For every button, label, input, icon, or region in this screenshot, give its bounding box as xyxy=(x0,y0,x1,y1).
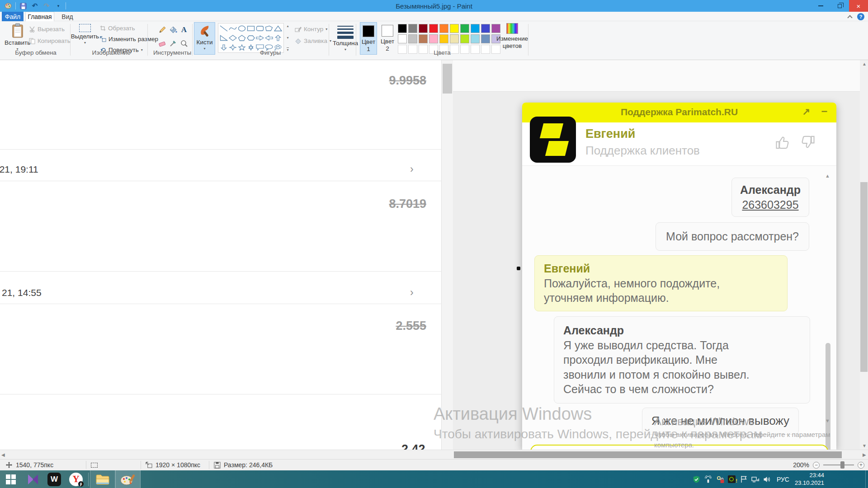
customize-qat-button[interactable]: ▾ xyxy=(54,1,63,10)
palette-swatch[interactable] xyxy=(439,24,448,33)
zoom-slider-thumb[interactable] xyxy=(840,461,844,469)
canvas-horizontal-scrollbar[interactable]: ◀ ▶ xyxy=(0,450,868,459)
palette-swatch[interactable] xyxy=(450,24,459,33)
password-key-icon[interactable] xyxy=(716,475,724,483)
shape-curve-icon[interactable] xyxy=(229,25,237,32)
show-desktop-button[interactable] xyxy=(865,470,868,488)
zoom-slider[interactable] xyxy=(823,465,854,465)
brushes-button[interactable]: Кисти ▾ xyxy=(194,22,215,55)
save-button[interactable] xyxy=(19,1,28,10)
network-icon[interactable] xyxy=(751,475,760,483)
shape-polygon-icon[interactable] xyxy=(265,25,273,32)
collapse-ribbon-button[interactable] xyxy=(848,14,852,19)
select-button[interactable]: Выделить ▾ xyxy=(74,24,96,45)
language-indicator[interactable]: РУС xyxy=(775,476,791,483)
shape-pentagon-icon[interactable] xyxy=(238,35,246,41)
start-button[interactable] xyxy=(0,470,22,488)
antivirus-shield-icon[interactable] xyxy=(693,475,701,483)
palette-swatch[interactable] xyxy=(419,34,428,43)
palette-swatch[interactable] xyxy=(398,24,407,33)
shape-ellipse-icon[interactable] xyxy=(238,25,246,32)
shape-line-icon[interactable] xyxy=(220,25,228,32)
shape-right-triangle-icon[interactable] xyxy=(220,35,228,41)
paint-canvas[interactable]: 9.9958 021, 19:11 › 8.7019 21, 14:55 › 2… xyxy=(0,60,868,450)
message-author: Александр xyxy=(563,323,801,338)
size-button[interactable]: Толщина ▾ xyxy=(333,26,358,52)
shapes-scroll-up-button[interactable]: ▴ xyxy=(287,24,288,28)
shape-arrow-right-icon[interactable] xyxy=(256,35,264,41)
shape-rectangle-icon[interactable] xyxy=(247,25,255,32)
shape-hexagon-icon[interactable] xyxy=(247,35,255,41)
palette-swatch-empty[interactable] xyxy=(408,45,417,54)
zoom-out-button[interactable]: − xyxy=(813,462,820,469)
palette-swatch[interactable] xyxy=(429,24,438,33)
palette-swatch[interactable] xyxy=(471,24,480,33)
magnifier-tool-button[interactable] xyxy=(179,38,189,48)
palette-swatch[interactable] xyxy=(398,34,407,43)
zoom-in-button[interactable]: + xyxy=(858,462,864,469)
palette-swatch-empty[interactable] xyxy=(481,45,490,54)
undo-button[interactable]: ↶ xyxy=(30,1,39,10)
shape-arrow-up-icon[interactable] xyxy=(274,35,282,41)
action-center-flag-icon[interactable] xyxy=(740,475,748,483)
restore-button[interactable] xyxy=(830,0,849,12)
taskbar-item-kmplayer[interactable] xyxy=(22,470,43,488)
palette-swatch-empty[interactable] xyxy=(471,45,480,54)
minimize-button[interactable] xyxy=(811,0,830,12)
taskbar-item-paint[interactable] xyxy=(115,470,141,488)
shapes-scroll-down-button[interactable]: ▾ xyxy=(287,36,288,40)
fill-tool-button[interactable] xyxy=(168,25,178,35)
shape-arrow-left-icon[interactable] xyxy=(265,35,273,41)
palette-swatch[interactable] xyxy=(429,34,438,43)
palette-swatch[interactable] xyxy=(460,34,469,43)
palette-swatch-empty[interactable] xyxy=(398,45,407,54)
crop-button[interactable]: Обрезать xyxy=(100,25,135,32)
taskbar-item-explorer[interactable] xyxy=(90,470,115,488)
taskbar-clock[interactable]: 23:44 23.10.2021 xyxy=(795,472,824,487)
taskbar-item-yandex-browser[interactable]: Yβ xyxy=(65,470,87,488)
nvidia-settings-icon[interactable]: ! xyxy=(728,475,736,483)
brush-icon xyxy=(198,24,212,38)
shape-triangle-icon[interactable] xyxy=(274,25,282,32)
shape-rounded-rectangle-icon[interactable] xyxy=(256,25,264,32)
palette-swatch[interactable] xyxy=(471,34,480,43)
color1-button[interactable]: Цвет 1 xyxy=(360,22,377,55)
text-tool-button[interactable]: A xyxy=(179,25,189,35)
close-button[interactable]: × xyxy=(849,0,868,12)
paste-button[interactable]: Вставить ▾ xyxy=(5,23,30,51)
canvas-vertical-scrollbar-thumb[interactable] xyxy=(860,182,868,372)
pencil-tool-button[interactable] xyxy=(157,25,167,35)
canvas-vertical-scrollbar[interactable]: ▲ ▼ xyxy=(860,60,868,450)
transmitter-icon[interactable] xyxy=(704,475,712,483)
ticket-number-link[interactable]: 263603295 xyxy=(740,197,801,212)
taskbar-item-w-app[interactable]: W xyxy=(43,470,65,488)
color-picker-tool-button[interactable] xyxy=(168,38,178,48)
shape-star5-icon[interactable] xyxy=(238,44,246,51)
palette-swatch[interactable] xyxy=(408,24,417,33)
shape-fill-button[interactable]: Заливка ▾ xyxy=(295,38,331,44)
shape-diamond-icon[interactable] xyxy=(229,35,237,41)
tab-home[interactable]: Главная xyxy=(25,12,54,21)
palette-swatch[interactable] xyxy=(439,34,448,43)
palette-swatch[interactable] xyxy=(481,34,490,43)
palette-swatch[interactable] xyxy=(419,24,428,33)
palette-swatch[interactable] xyxy=(481,24,490,33)
tab-file[interactable]: Файл xyxy=(2,12,24,21)
cut-button[interactable]: Вырезать xyxy=(29,26,65,33)
redo-button[interactable]: ↷ xyxy=(42,1,51,10)
volume-icon[interactable] xyxy=(763,475,771,483)
copy-button[interactable]: Копировать xyxy=(29,38,71,44)
resize-button[interactable]: Изменить размер xyxy=(100,36,158,42)
palette-swatch[interactable] xyxy=(450,34,459,43)
eraser-tool-button[interactable] xyxy=(157,38,167,48)
color2-button[interactable]: Цвет 2 xyxy=(379,22,396,55)
palette-swatch[interactable] xyxy=(460,24,469,33)
shape-star4-icon[interactable] xyxy=(229,44,237,51)
shape-outline-button[interactable]: Контур ▾ xyxy=(295,26,327,33)
tab-view[interactable]: Вид xyxy=(57,12,78,21)
palette-swatch[interactable] xyxy=(408,34,417,43)
shape-arrow-down-icon[interactable] xyxy=(220,44,228,51)
help-button[interactable]: ? xyxy=(857,13,864,20)
edit-colors-button[interactable]: Изменение цветов xyxy=(498,23,526,49)
canvas-horizontal-scrollbar-thumb[interactable] xyxy=(454,451,842,458)
